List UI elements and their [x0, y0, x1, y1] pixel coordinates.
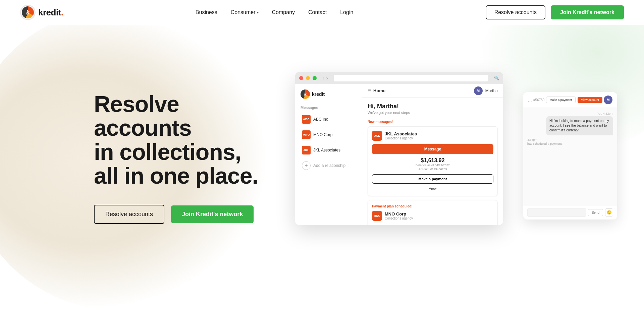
logo[interactable]: k kredit. — [20, 5, 63, 20]
logo-text: kredit. — [38, 7, 63, 18]
sidebar-label-abc: ABC Inc — [313, 117, 328, 122]
logo-circle-inner: k — [22, 6, 34, 18]
browser-back-icon[interactable]: ‹ — [323, 75, 324, 81]
greeting-text: Hi, Martha! — [368, 103, 498, 110]
add-icon: + — [302, 161, 311, 170]
browser-dot-green — [313, 76, 317, 80]
message-bubble-sent: Hi I'm looking to make a payment on my a… — [546, 116, 613, 135]
app-main: ☰ Home M Martha Hi, Martha! We've got yo… — [362, 84, 503, 225]
mno-card: Payment plan scheduled! MNO MNO Corp Col… — [368, 200, 498, 225]
card-agency-name: JKL Associates — [385, 131, 417, 136]
sidebar-label-jkl: JKL Associates — [313, 148, 340, 152]
chat-account-info: #56789 — [533, 98, 544, 102]
chat-dots-icon[interactable]: ... — [528, 97, 532, 103]
sidebar-item-abc[interactable]: ABC ABC Inc — [299, 112, 358, 126]
chat-view-account-button[interactable]: View account — [578, 97, 602, 103]
message-time-sent: You 4:32pm — [597, 112, 613, 115]
browser-forward-icon[interactable]: › — [326, 75, 328, 81]
jkl-card: JKL JKL Associates Collections agency Me… — [368, 126, 498, 196]
hero-content: Resolve accounts in collections, all in … — [0, 25, 644, 287]
hero-heading: Resolve accounts in collections, all in … — [94, 92, 268, 188]
nav-login[interactable]: Login — [340, 9, 353, 15]
mno-agency-row: MNO MNO Corp Collections agency — [372, 211, 493, 221]
hero-buttons: Resolve accounts Join Kredit's network — [94, 205, 268, 224]
app-logo-k-icon: k — [304, 92, 307, 97]
chat-header: ... #56789 Make a payment View account M — [523, 92, 617, 108]
browser-url-bar — [334, 75, 488, 81]
logo-k-icon: k — [26, 9, 30, 16]
new-messages-badge: New messages! — [368, 120, 498, 124]
account-number: Account #123456789 — [372, 168, 493, 171]
hamburger-icon: ☰ — [368, 88, 371, 93]
home-content: Hi, Martha! We've got your next steps Ne… — [362, 98, 503, 225]
hero-heading-line3: all in one place. — [94, 163, 258, 188]
card-agency-info: JKL Associates Collections agency — [385, 131, 417, 140]
main-header-right: M Martha — [474, 86, 498, 95]
nav-contact[interactable]: Contact — [308, 9, 327, 15]
hero-join-button[interactable]: Join Kredit's network — [171, 205, 254, 223]
chat-panel: ... #56789 Make a payment View account M… — [523, 92, 617, 220]
hero-section: Resolve accounts in collections, all in … — [0, 25, 644, 312]
mno-card-avatar: MNO — [372, 211, 382, 221]
balance-amount: $1,613.92 — [372, 158, 493, 164]
header-avatar: M — [474, 86, 483, 95]
sidebar-add-relationship[interactable]: + Add a relationship — [299, 159, 358, 173]
app-logo-icon: k — [301, 89, 310, 99]
hero-resolve-button[interactable]: Resolve accounts — [94, 205, 164, 224]
nav-business[interactable]: Business — [196, 9, 217, 15]
chat-header-actions: Make a payment View account — [546, 97, 602, 103]
header-username: Martha — [485, 88, 498, 93]
subtitle-text: We've got your next steps — [368, 111, 498, 115]
mno-agency-name: MNO Corp — [385, 211, 413, 216]
sidebar-label-mno: MNO Corp — [313, 132, 332, 137]
emoji-button[interactable]: 🙂 — [605, 208, 613, 216]
chat-header-avatar: M — [604, 96, 612, 104]
chat-input[interactable] — [527, 208, 586, 217]
nav-consumer-label: Consumer — [231, 9, 256, 15]
sidebar-item-jkl[interactable]: JKL JKL Associates — [299, 143, 358, 157]
browser-content: k kredit Messages ABC ABC Inc MNO MNO Co… — [295, 84, 503, 225]
nav-company[interactable]: Company — [272, 9, 295, 15]
payment-plan-badge: Payment plan scheduled! — [372, 204, 493, 208]
nav-consumer[interactable]: Consumer ▾ — [231, 9, 259, 15]
nav-actions: Resolve accounts Join Kredit's network — [486, 5, 624, 19]
browser-dot-yellow — [306, 76, 310, 80]
app-main-header: ☰ Home M Martha — [362, 84, 503, 98]
chat-messages: You 4:32pm Hi I'm looking to make a paym… — [523, 108, 617, 205]
chat-make-payment-button[interactable]: Make a payment — [546, 97, 576, 103]
hero-heading-line2: in collections, — [94, 139, 241, 165]
mno-agency-info: MNO Corp Collections agency — [385, 211, 413, 220]
card-agency-row: JKL JKL Associates Collections agency — [372, 131, 493, 141]
brand-dot: . — [61, 7, 63, 17]
navbar: k kredit. Business Consumer ▾ Company Co… — [0, 0, 644, 25]
hero-heading-line1: Resolve accounts — [94, 91, 192, 140]
chevron-down-icon: ▾ — [257, 11, 259, 14]
chat-send-button[interactable]: Send — [588, 209, 603, 216]
make-payment-button[interactable]: Make a payment — [372, 174, 493, 184]
view-button[interactable]: View — [372, 185, 493, 192]
brand-name: kredit — [38, 7, 61, 17]
sidebar-avatar-mno: MNO — [302, 130, 311, 139]
sidebar-item-mno[interactable]: MNO MNO Corp — [299, 128, 358, 142]
add-relationship-label: Add a relationship — [313, 163, 345, 168]
mno-agency-type: Collections agency — [385, 216, 413, 220]
hero-mockup: ‹ › 🔍 k kredit — [295, 65, 604, 266]
resolve-accounts-button[interactable]: Resolve accounts — [486, 5, 545, 19]
home-title: Home — [373, 88, 385, 93]
app-logo-text: kredit — [312, 91, 325, 97]
sidebar-avatar-jkl: JKL — [302, 146, 311, 154]
nav-links: Business Consumer ▾ Company Contact Logi… — [196, 9, 354, 15]
system-message: has scheduled a payment. — [527, 142, 562, 145]
browser-search-icon: 🔍 — [494, 76, 499, 80]
chat-footer: Send 🙂 — [523, 205, 617, 220]
app-logo-small: k kredit — [299, 89, 358, 99]
message-sent-1: You 4:32pm Hi I'm looking to make a paym… — [527, 112, 613, 135]
message-button[interactable]: Message — [372, 144, 493, 154]
sidebar-avatar-abc: ABC — [302, 115, 311, 124]
join-network-button[interactable]: Join Kredit's network — [551, 5, 624, 19]
balance-as-of: Balance as of 04/21/2022 — [372, 164, 493, 167]
browser-dot-red — [299, 76, 303, 80]
browser-window: ‹ › 🔍 k kredit — [295, 72, 503, 225]
message-time-system: 4:38pm — [527, 138, 537, 141]
jkl-card-avatar: JKL — [372, 131, 382, 141]
